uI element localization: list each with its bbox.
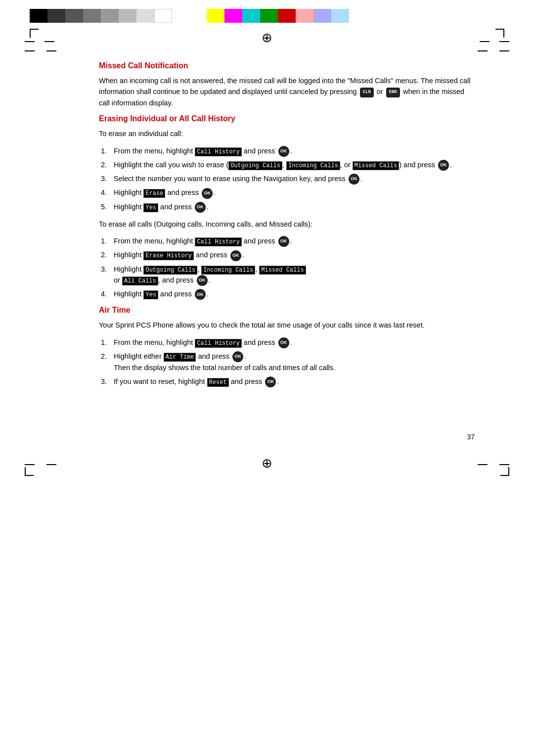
- air-time-sub: Then the display shows the total number …: [114, 364, 335, 372]
- ok-button-4: OK: [202, 188, 213, 199]
- list-item: From the menu, highlight Call History an…: [109, 236, 475, 247]
- list-item: Select the number you want to erase usin…: [109, 173, 475, 185]
- ok-button-12: OK: [265, 377, 276, 387]
- end-button: END: [386, 88, 400, 97]
- highlight-call-history-2: Call History: [195, 237, 241, 246]
- erasing-title: Erasing Individual or All Call History: [99, 114, 475, 123]
- main-content: Missed Call Notification When an incomin…: [0, 51, 534, 423]
- ok-button-9: OK: [195, 289, 206, 300]
- list-item: Highlight Yes and press OK.: [109, 288, 475, 300]
- all-calls-intro: To erase all calls (Outgoing calls, Inco…: [99, 219, 475, 230]
- page-number: 37: [0, 433, 534, 441]
- all-steps-list: From the menu, highlight Call History an…: [109, 236, 475, 300]
- ok-button-5: OK: [195, 202, 206, 213]
- list-item: Highlight Outgoing Calls, Incoming Calls…: [109, 264, 475, 286]
- list-item: Highlight the call you wish to erase (Ou…: [109, 159, 475, 171]
- highlight-air-time: Air Time: [164, 353, 196, 362]
- erasing-section: Erasing Individual or All Call History T…: [99, 114, 475, 300]
- highlight-erase-history: Erase History: [143, 251, 194, 260]
- corner-lines: [0, 47, 534, 51]
- reg-marks-row: ⊕: [0, 23, 534, 47]
- highlight-call-history-1: Call History: [195, 147, 241, 156]
- highlight-erase: Erase: [143, 189, 165, 198]
- ok-button-2: OK: [438, 160, 449, 171]
- highlight-missed-calls-2: Missed Calls: [259, 266, 306, 275]
- ok-button-1: OK: [278, 146, 289, 157]
- bottom-corner-left: [25, 464, 56, 476]
- list-item: Highlight either Air Time and press OK. …: [109, 351, 475, 374]
- air-time-title: Air Time: [99, 306, 475, 315]
- color-bar-right: [207, 9, 349, 23]
- highlight-reset: Reset: [207, 378, 229, 387]
- bottom-corner-right: [478, 464, 509, 476]
- ok-button-3: OK: [349, 174, 359, 185]
- ok-button-10: OK: [278, 337, 289, 348]
- color-bars: [0, 0, 534, 23]
- ok-button-7: OK: [230, 250, 241, 261]
- air-time-body: Your Sprint PCS Phone allows you to chec…: [99, 320, 475, 331]
- highlight-incoming-calls-2: Incoming Calls: [201, 266, 255, 275]
- air-time-steps-list: From the menu, highlight Call History an…: [109, 337, 475, 387]
- clr-button: CLR: [360, 88, 374, 97]
- missed-call-section: Missed Call Notification When an incomin…: [99, 61, 475, 108]
- air-time-section: Air Time Your Sprint PCS Phone allows yo…: [99, 306, 475, 387]
- missed-call-title: Missed Call Notification: [99, 61, 475, 70]
- center-crosshair: ⊕: [262, 30, 272, 46]
- bottom-crosshair: ⊕: [262, 456, 272, 476]
- highlight-all-calls: All Calls: [122, 277, 158, 285]
- highlight-call-history-3: Call History: [195, 339, 241, 348]
- corner-mark-tr: [480, 29, 509, 47]
- list-item: From the menu, highlight Call History an…: [109, 337, 475, 348]
- list-item: Highlight Erase History and press OK.: [109, 249, 475, 261]
- missed-call-body: When an incoming call is not answered, t…: [99, 75, 475, 108]
- highlight-yes-2: Yes: [143, 290, 158, 299]
- individual-intro: To erase an individual call:: [99, 128, 475, 139]
- list-item: Highlight Yes and press OK.: [109, 201, 475, 213]
- highlight-incoming-calls: Incoming Calls: [286, 161, 340, 170]
- color-bar-left: [30, 9, 172, 23]
- list-item: From the menu, highlight Call History an…: [109, 145, 475, 157]
- highlight-outgoing-calls-2: Outgoing Calls: [143, 266, 197, 275]
- ok-button-8: OK: [197, 275, 208, 286]
- ok-button-6: OK: [278, 236, 289, 247]
- list-item: If you want to reset, highlight Reset an…: [109, 376, 475, 387]
- highlight-outgoing-calls: Outgoing Calls: [228, 161, 282, 170]
- ok-button-11: OK: [232, 351, 243, 362]
- highlight-missed-calls-1: Missed Calls: [353, 161, 399, 170]
- individual-steps-list: From the menu, highlight Call History an…: [109, 145, 475, 213]
- bottom-reg-marks: ⊕: [0, 441, 534, 476]
- list-item: Highlight Erase and press OK.: [109, 187, 475, 198]
- highlight-yes-1: Yes: [143, 203, 158, 212]
- corner-mark-tl: [25, 29, 54, 47]
